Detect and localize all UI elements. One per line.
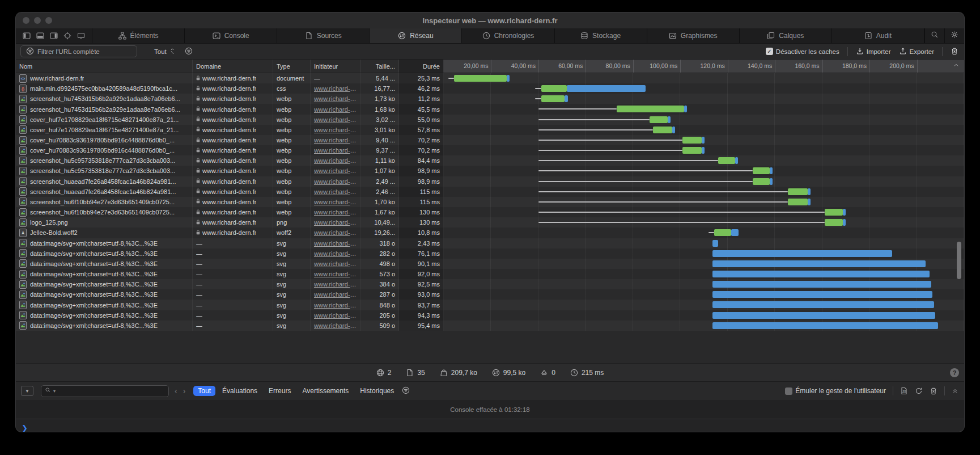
table-row[interactable]: screenshot_hu6f10bb94e27e3d63b651409cb07… xyxy=(16,197,964,207)
console-scope-evaluations[interactable]: Évaluations xyxy=(218,386,262,396)
table-row[interactable]: cover_hu70883c936197805bd916c4488876d0b0… xyxy=(16,145,964,155)
emulate-gesture-checkbox[interactable]: Émuler le geste de l'utilisateur xyxy=(785,387,886,395)
tab-sources[interactable]: Sources xyxy=(277,28,370,43)
console-filter-button[interactable] xyxy=(402,386,410,396)
initiator-link[interactable]: www.richard-d... xyxy=(314,209,357,216)
filter-options-button[interactable] xyxy=(185,47,193,56)
table-row[interactable]: cover_huf7e1708829ea18f6715e48271400e87a… xyxy=(16,125,964,135)
disable-caches-checkbox[interactable]: ✓ Désactiver les caches xyxy=(766,48,839,55)
console-scope-avertissements[interactable]: Avertissements xyxy=(298,386,353,396)
initiator-link[interactable]: www.richard-d... xyxy=(314,240,357,247)
table-row[interactable]: data:image/svg+xml;charset=utf-8,%3C...%… xyxy=(16,289,964,300)
initiator-link[interactable]: www.richard-d... xyxy=(314,127,357,133)
console-scope-erreurs[interactable]: Erreurs xyxy=(264,386,295,396)
dock-right-icon[interactable] xyxy=(50,32,58,40)
table-row[interactable]: data:image/svg+xml;charset=utf-8,%3C...%… xyxy=(16,269,964,279)
tab-reseau[interactable]: Réseau xyxy=(370,28,462,43)
initiator-link[interactable]: www.richard-d... xyxy=(314,147,357,154)
console-scope-historiques[interactable]: Historiques xyxy=(355,386,398,396)
resource-type-dropdown[interactable]: Tout xyxy=(154,48,176,56)
device-icon[interactable] xyxy=(77,32,85,40)
trash-icon[interactable] xyxy=(930,387,937,395)
table-row[interactable]: screenshot_hu7453d15b6b2a929e1adaa8e7a06… xyxy=(16,104,964,114)
vertical-scrollbar[interactable] xyxy=(957,242,961,279)
initiator-link[interactable]: www.richard-d... xyxy=(314,291,357,298)
initiator-link[interactable]: www.richard-d... xyxy=(314,260,357,267)
element-picker-icon[interactable] xyxy=(63,32,71,40)
import-button[interactable]: Importer xyxy=(856,47,891,56)
console-mode-button[interactable]: ▼ xyxy=(21,386,33,396)
url-filter-input[interactable]: Filtrer l'URL complète xyxy=(20,45,137,57)
tab-calques[interactable]: Calques xyxy=(740,28,832,43)
initiator-link[interactable]: www.richard-d... xyxy=(314,167,357,174)
initiator-link[interactable]: www.richard-d... xyxy=(314,157,357,164)
clock-icon xyxy=(482,32,490,40)
initiator-link[interactable]: www.richard-d... xyxy=(314,85,357,92)
table-row[interactable]: screenshot_huaead7fe26a8458fcac1a46b824a… xyxy=(16,187,964,197)
table-row[interactable]: screenshot_hu6f10bb94e27e3d63b651409cb07… xyxy=(16,207,964,217)
column-header-name[interactable]: Nom xyxy=(16,60,193,73)
table-row[interactable]: data:image/svg+xml;charset=utf-8,%3C...%… xyxy=(16,238,964,248)
table-row[interactable]: data:image/svg+xml;charset=utf-8,%3C...%… xyxy=(16,300,964,310)
settings-button[interactable] xyxy=(944,28,964,43)
previous-result-button[interactable]: ‹ xyxy=(172,386,180,395)
tab-elements[interactable]: Éléments xyxy=(92,28,185,43)
table-row[interactable]: screenshot_hu5c957353818e777ca27d3c3cba0… xyxy=(16,166,964,176)
initiator-link[interactable]: www.richard-d... xyxy=(314,137,357,144)
column-header-size[interactable]: Taille... xyxy=(361,60,399,73)
tab-chronologies[interactable]: Chronologies xyxy=(462,28,554,43)
column-header-initiator[interactable]: Initiateur xyxy=(311,60,361,73)
table-row[interactable]: screenshot_huaead7fe26a8458fcac1a46b824a… xyxy=(16,176,964,187)
table-row[interactable]: {}main.min.d9924575ec0bba420589a48d5190f… xyxy=(16,83,964,94)
tab-console[interactable]: Console xyxy=(185,28,277,43)
export-button[interactable]: Exporter xyxy=(899,47,934,56)
js-context-icon[interactable]: JS xyxy=(900,387,908,395)
column-header-duration[interactable]: Durée xyxy=(399,60,444,73)
initiator-link[interactable]: www.richard-d... xyxy=(314,229,357,236)
column-header-type[interactable]: Type xyxy=(273,60,311,73)
initiator-link[interactable]: www.richard-d... xyxy=(314,199,357,205)
initiator-link[interactable]: www.richard-d... xyxy=(314,116,357,123)
dock-bottom-icon[interactable] xyxy=(36,32,44,40)
initiator-link[interactable]: www.richard-d... xyxy=(314,322,357,329)
tab-audit[interactable]: Audit xyxy=(832,28,924,43)
console-scope-tout[interactable]: Tout xyxy=(193,386,215,396)
table-row[interactable]: data:image/svg+xml;charset=utf-8,%3C...%… xyxy=(16,321,964,331)
cell-duration: 11,2 ms xyxy=(399,94,444,104)
console-search-input[interactable]: ▾ xyxy=(41,385,169,397)
resource-domain: — xyxy=(196,271,202,277)
table-row[interactable]: data:image/svg+xml;charset=utf-8,%3C...%… xyxy=(16,259,964,269)
table-row[interactable]: AJellee-Bold.woff2www.richard-dern.frwof… xyxy=(16,228,964,238)
table-row[interactable]: cover_huf7e1708829ea18f6715e48271400e87a… xyxy=(16,115,964,125)
console-prompt-row[interactable]: ❯ xyxy=(16,419,964,432)
initiator-link[interactable]: www.richard-d... xyxy=(314,271,357,277)
chevron-up-icon[interactable] xyxy=(953,62,960,70)
table-row[interactable]: data:image/svg+xml;charset=utf-8,%3C...%… xyxy=(16,310,964,321)
table-row[interactable]: screenshot_hu5c957353818e777ca27d3c3cba0… xyxy=(16,155,964,166)
clear-network-button[interactable] xyxy=(951,47,958,56)
initiator-link[interactable]: www.richard-d... xyxy=(314,178,357,185)
next-result-button[interactable]: › xyxy=(181,386,188,395)
tab-stockage[interactable]: Stockage xyxy=(555,28,647,43)
table-row[interactable]: logo_125.pngwww.richard-dern.frpngwww.ri… xyxy=(16,217,964,228)
reload-icon[interactable] xyxy=(915,387,923,395)
table-row[interactable]: data:image/svg+xml;charset=utf-8,%3C...%… xyxy=(16,248,964,259)
initiator-link[interactable]: www.richard-d... xyxy=(314,219,357,226)
initiator-link[interactable]: www.richard-d... xyxy=(314,106,357,113)
search-button[interactable] xyxy=(924,28,944,43)
initiator-link[interactable]: www.richard-d... xyxy=(314,188,357,195)
initiator-link[interactable]: www.richard-d... xyxy=(314,281,357,288)
dock-left-icon[interactable] xyxy=(23,32,31,40)
table-row[interactable]: cover_hu70883c936197805bd916c4488876d0b0… xyxy=(16,135,964,145)
initiator-link[interactable]: www.richard-d... xyxy=(314,302,357,309)
initiator-link[interactable]: www.richard-d... xyxy=(314,312,357,319)
table-row[interactable]: data:image/svg+xml;charset=utf-8,%3C...%… xyxy=(16,279,964,289)
double-chevron-up-icon[interactable] xyxy=(952,387,958,394)
initiator-link[interactable]: www.richard-d... xyxy=(314,95,357,102)
initiator-link[interactable]: www.richard-d... xyxy=(314,250,357,257)
table-row[interactable]: screenshot_hu7453d15b6b2a929e1adaa8e7a06… xyxy=(16,94,964,104)
table-row[interactable]: <>www.richard-dern.frwww.richard-dern.fr… xyxy=(16,73,964,83)
tab-graphismes[interactable]: Graphismes xyxy=(647,28,740,43)
column-header-domain[interactable]: Domaine xyxy=(193,60,273,73)
help-button[interactable]: ? xyxy=(950,368,959,377)
